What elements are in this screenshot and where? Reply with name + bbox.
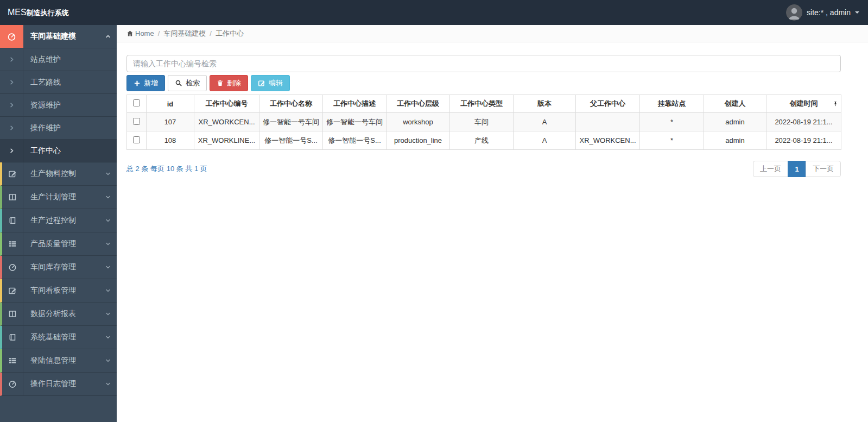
sidebar-item-label: 车间库存管理 xyxy=(23,256,99,279)
column-header-creator[interactable]: 创建人 xyxy=(704,95,766,113)
column-header-id[interactable]: id xyxy=(147,95,194,113)
row-select-cell xyxy=(127,113,147,131)
cell-create-time: 2022-08-19 21:1... xyxy=(766,113,841,131)
column-header-work-center-code[interactable]: 工作中心编号 xyxy=(194,95,259,113)
sidebar-item-operation-maintenance[interactable]: 操作维护 xyxy=(0,117,117,140)
edit-icon xyxy=(2,162,23,185)
cell-create-time: 2022-08-19 21:1... xyxy=(766,131,841,150)
sidebar-item-label: 登陆信息管理 xyxy=(23,349,99,372)
top-navbar: MES制造执行系统 site:* , admin xyxy=(0,0,868,25)
column-header-version[interactable]: 版本 xyxy=(514,95,576,113)
cell-parent-work-center xyxy=(576,113,640,131)
column-header-parent-work-center[interactable]: 父工作中心 xyxy=(576,95,640,113)
edit-button[interactable]: 编辑 xyxy=(251,75,290,91)
sidebar-item-resource-maintenance[interactable]: 资源维护 xyxy=(0,94,117,117)
sidebar-item-production-material-control[interactable]: 生产物料控制 xyxy=(0,162,117,186)
sidebar-item-operation-log-management[interactable]: 操作日志管理 xyxy=(0,373,117,396)
sidebar-item-label: 系统基础管理 xyxy=(23,326,99,349)
select-all-checkbox[interactable] xyxy=(133,99,140,106)
cell-version: A xyxy=(514,131,576,150)
select-all-header-cell xyxy=(127,95,147,113)
sidebar-item-workshop-board-management[interactable]: 车间看板管理 xyxy=(0,279,117,303)
sidebar-item-process-route[interactable]: 工艺路线 xyxy=(0,71,117,94)
user-caret-down-icon xyxy=(855,11,859,14)
column-header-work-center-name[interactable]: 工作中心名称 xyxy=(259,95,323,113)
pushpin-icon[interactable] xyxy=(833,101,838,107)
app-logo: MES制造执行系统 xyxy=(8,8,69,18)
cell-work-center-name: 修一智能一号S... xyxy=(259,131,323,150)
user-menu[interactable]: site:* , admin xyxy=(786,4,859,21)
main-content: Home / 车间基础建模 / 工作中心 新增 检索 删除 xyxy=(117,25,868,422)
table-header-row: id 工作中心编号 工作中心名称 工作中心描述 工作中心层级 工作中心类型 版本… xyxy=(127,95,841,113)
sidebar-item-label: 生产物料控制 xyxy=(23,162,99,185)
chevron-right-icon xyxy=(0,71,23,93)
chevron-down-icon xyxy=(99,162,117,185)
sidebar-item-data-analysis-report[interactable]: 数据分析报表 xyxy=(0,303,117,326)
work-center-table: id 工作中心编号 工作中心名称 工作中心描述 工作中心层级 工作中心类型 版本… xyxy=(126,95,841,150)
sidebar-item-label: 车间看板管理 xyxy=(23,279,99,302)
user-label: site:* , admin xyxy=(807,8,851,17)
add-button[interactable]: 新增 xyxy=(126,75,165,91)
sidebar-item-product-quality-management[interactable]: 产品质量管理 xyxy=(0,232,117,256)
breadcrumb-separator: / xyxy=(158,29,160,37)
gauge-icon xyxy=(2,373,23,395)
sidebar-item-production-process-control[interactable]: 生产过程控制 xyxy=(0,209,117,232)
column-header-work-center-desc[interactable]: 工作中心描述 xyxy=(323,95,387,113)
column-header-create-time[interactable]: 创建时间 xyxy=(766,95,841,113)
cell-work-center-level: workshop xyxy=(387,113,450,131)
column-header-work-center-level[interactable]: 工作中心层级 xyxy=(387,95,450,113)
cell-work-center-name: 修一智能一号车间 xyxy=(259,113,323,131)
delete-button[interactable]: 删除 xyxy=(210,75,248,91)
row-select-cell xyxy=(127,131,147,150)
cell-work-center-desc: 修一智能一号车间 xyxy=(323,113,387,131)
breadcrumb-home-link[interactable]: Home xyxy=(126,29,154,37)
sidebar-item-label: 操作维护 xyxy=(23,117,117,139)
row-checkbox[interactable] xyxy=(133,136,140,143)
cell-work-center-desc: 修一智能一号S... xyxy=(323,131,387,150)
book-icon xyxy=(2,326,23,349)
sidebar-item-label: 生产计划管理 xyxy=(23,186,99,209)
sidebar-item-label: 工作中心 xyxy=(23,140,117,162)
cell-work-center-code: XR_WORKLINE... xyxy=(194,131,259,150)
sidebar-item-login-info-management[interactable]: 登陆信息管理 xyxy=(0,349,117,373)
breadcrumb-item-work-center: 工作中心 xyxy=(216,29,244,39)
home-icon xyxy=(126,30,134,37)
chevron-down-icon xyxy=(99,326,117,349)
search-button[interactable]: 检索 xyxy=(168,75,207,91)
column-header-work-center-type[interactable]: 工作中心类型 xyxy=(450,95,514,113)
cell-creator: admin xyxy=(704,113,766,131)
cell-attached-site: * xyxy=(640,131,704,150)
mes-app-window: MES制造执行系统 site:* , admin 车间基础建模 xyxy=(0,0,868,422)
next-page-button[interactable]: 下一页 xyxy=(806,161,841,177)
cell-id: 108 xyxy=(147,131,194,150)
toolbar: 新增 检索 删除 编辑 xyxy=(126,75,858,91)
sidebar-item-system-basic-management[interactable]: 系统基础管理 xyxy=(0,326,117,349)
sidebar-item-label: 生产过程控制 xyxy=(23,209,99,232)
chevron-down-icon xyxy=(99,303,117,325)
trash-icon xyxy=(217,79,224,87)
sidebar-item-workshop-inventory-management[interactable]: 车间库存管理 xyxy=(0,256,117,279)
cell-work-center-type: 车间 xyxy=(450,113,514,131)
column-header-attached-site[interactable]: 挂靠站点 xyxy=(640,95,704,113)
work-center-search-input[interactable] xyxy=(126,55,841,72)
chevron-up-icon xyxy=(99,25,117,48)
row-checkbox[interactable] xyxy=(133,118,140,125)
table-row: 108 XR_WORKLINE... 修一智能一号S... 修一智能一号S...… xyxy=(127,131,841,150)
prev-page-button[interactable]: 上一页 xyxy=(753,161,788,177)
cell-work-center-code: XR_WORKCEN... xyxy=(194,113,259,131)
chevron-down-icon xyxy=(99,279,117,302)
sidebar-item-label: 站点维护 xyxy=(23,48,117,71)
sidebar-item-label: 资源维护 xyxy=(23,94,117,116)
breadcrumb-item-workshop-modeling[interactable]: 车间基础建模 xyxy=(163,29,206,39)
search-icon xyxy=(175,79,182,87)
sidebar-item-work-center[interactable]: 工作中心 xyxy=(0,140,117,162)
breadcrumb: Home / 车间基础建模 / 工作中心 xyxy=(117,25,868,42)
sidebar-item-production-plan-management[interactable]: 生产计划管理 xyxy=(0,186,117,209)
sidebar-item-site-maintenance[interactable]: 站点维护 xyxy=(0,48,117,71)
pagination-summary: 总 2 条 每页 10 条 共 1 页 xyxy=(126,164,207,174)
cell-parent-work-center: XR_WORKCEN... xyxy=(576,131,640,150)
list-icon xyxy=(2,349,23,372)
page-1-button[interactable]: 1 xyxy=(788,161,806,177)
pagination-bar: 总 2 条 每页 10 条 共 1 页 上一页 1 下一页 xyxy=(126,161,841,177)
sidebar-group-workshop-modeling[interactable]: 车间基础建模 xyxy=(0,25,117,48)
